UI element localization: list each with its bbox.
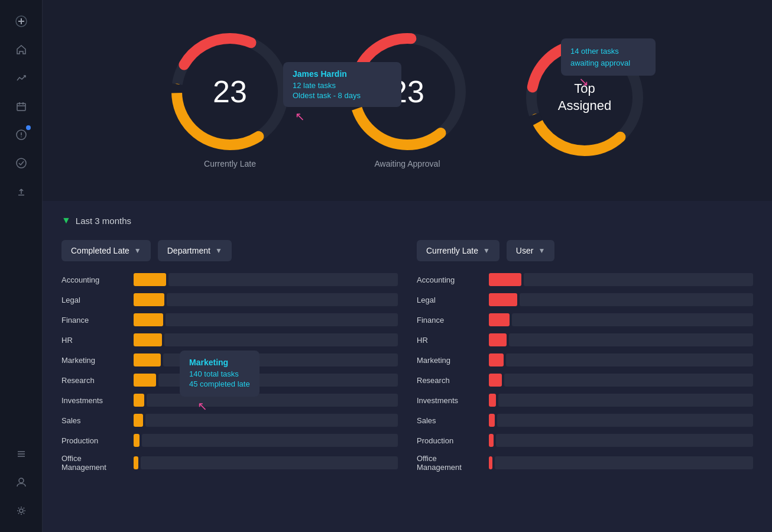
bar-dark-left-6 (147, 394, 398, 407)
bar-dark-left-3 (164, 333, 398, 346)
bar-dark-left-5 (158, 374, 398, 387)
bar-row-right-finance: Finance (417, 313, 753, 326)
currently-late-ring: 23 (165, 27, 295, 157)
alert-icon[interactable] (9, 123, 33, 147)
bar-dark-right-0 (524, 273, 753, 286)
dept-label-right-8: Production (417, 436, 482, 445)
bar-fill-right-7 (489, 414, 495, 427)
settings-icon[interactable] (9, 499, 33, 523)
currently-late-label: Currently Late (204, 159, 256, 168)
list-icon[interactable] (9, 442, 33, 466)
bar-dark-left-8 (142, 434, 398, 447)
completed-late-controls: Completed Late ▼ Department ▼ (61, 240, 398, 261)
bar-fill-right-1 (489, 293, 517, 306)
bar-dark-left-2 (166, 313, 398, 326)
dept-label-right-5: Research (417, 376, 482, 385)
bar-dark-right-6 (498, 394, 753, 407)
currently-late-dropdown-label: Currently Late (426, 246, 478, 255)
bar-track-left-8 (134, 434, 398, 447)
dept-label-left-3: HR (61, 336, 126, 345)
svg-point-15 (20, 509, 23, 512)
dept-label-left-8: Production (61, 436, 126, 445)
dept-label-right-2: Finance (417, 316, 482, 325)
filter-label[interactable]: Last 3 months (76, 216, 131, 226)
bar-row-left-sales: Sales (61, 414, 398, 427)
upload-icon[interactable] (9, 180, 33, 203)
awaiting-approval-number: 23 (390, 76, 424, 107)
user-dropdown[interactable]: User ▼ (507, 240, 554, 261)
bar-fill-left-8 (134, 434, 140, 447)
top-assigned-ring: Top Assigned (520, 33, 650, 163)
bar-dark-right-8 (496, 434, 753, 447)
charts-row: Completed Late ▼ Department ▼ Accounting… (61, 240, 753, 479)
bar-row-left-finance: Finance (61, 313, 398, 326)
bar-track-left-3 (134, 333, 398, 346)
home-icon[interactable] (9, 38, 33, 61)
bar-fill-left-9 (134, 456, 138, 469)
bar-dark-left-7 (145, 414, 398, 427)
bar-track-left-6 (134, 394, 398, 407)
bar-row-left-legal: Legal (61, 293, 398, 306)
bar-row-right-investments: Investments (417, 394, 753, 407)
sidebar (0, 0, 43, 532)
dept-label-right-6: Investments (417, 396, 482, 405)
dept-label-left-9: Office Management (61, 454, 126, 472)
bar-track-right-9 (489, 456, 753, 469)
dept-label-left-6: Investments (61, 396, 126, 405)
dept-label-left-7: Sales (61, 416, 126, 425)
user-icon[interactable] (9, 471, 33, 494)
svg-point-14 (19, 478, 24, 483)
awaiting-approval-label: Awaiting Approval (374, 159, 440, 168)
bar-track-left-2 (134, 313, 398, 326)
bar-fill-left-4 (134, 353, 161, 366)
completed-late-dropdown[interactable]: Completed Late ▼ (61, 240, 151, 261)
awaiting-approval-ring: 23 (342, 27, 472, 157)
department-dropdown-label: Department (167, 246, 210, 255)
currently-late-widget: 23 Currently Late James Hardin 12 late t… (165, 27, 295, 168)
main-content: 23 Currently Late James Hardin 12 late t… (43, 0, 772, 532)
department-chevron-icon: ▼ (215, 246, 222, 255)
bottom-section: ▼ Last 3 months Completed Late ▼ Departm… (43, 201, 772, 532)
bar-track-left-1 (134, 293, 398, 306)
bar-row-left-marketing: MarketingMarketing140 total tasks45 comp… (61, 353, 398, 366)
bar-dark-left-9 (141, 456, 398, 469)
user-dropdown-label: User (516, 246, 534, 255)
bar-dark-right-2 (512, 313, 753, 326)
bar-track-left-0 (134, 273, 398, 286)
bar-row-right-sales: Sales (417, 414, 753, 427)
bar-dark-left-4 (163, 353, 398, 366)
currently-late-dropdown[interactable]: Currently Late ▼ (417, 240, 499, 261)
bar-dark-right-5 (504, 374, 753, 387)
bar-track-right-4 (489, 353, 753, 366)
bar-track-left-7 (134, 414, 398, 427)
bar-row-left-production: Production (61, 434, 398, 447)
top-assigned-label: Top Assigned (558, 80, 612, 114)
currently-late-number: 23 (213, 76, 247, 107)
bar-fill-left-6 (134, 394, 144, 407)
check-icon[interactable] (9, 151, 33, 175)
bar-dark-right-1 (520, 293, 753, 306)
bar-row-left-investments: Investments (61, 394, 398, 407)
plus-icon[interactable] (9, 9, 33, 33)
bar-fill-left-7 (134, 414, 143, 427)
bar-row-right-office-management: Office Management (417, 454, 753, 472)
currently-late-chevron-icon-2: ▼ (483, 246, 490, 255)
department-dropdown[interactable]: Department ▼ (158, 240, 232, 261)
dept-label-left-0: Accounting (61, 275, 126, 284)
bar-fill-right-4 (489, 353, 504, 366)
chart-icon[interactable] (9, 66, 33, 90)
awaiting-approval-widget: 23 Awaiting Approval (342, 27, 472, 168)
dept-label-right-9: Office Management (417, 454, 482, 472)
bar-track-right-6 (489, 394, 753, 407)
bar-track-left-9 (134, 456, 398, 469)
bar-fill-left-1 (134, 293, 164, 306)
calendar-icon[interactable] (9, 95, 33, 118)
currently-late-bars: AccountingLegalFinanceHRMarketingResearc… (417, 273, 753, 472)
cursor-icon: ↖ (295, 109, 305, 124)
bar-track-right-7 (489, 414, 753, 427)
bar-fill-right-6 (489, 394, 496, 407)
dept-label-left-2: Finance (61, 316, 126, 325)
top-assigned-widget: Top Assigned 14 other tasksawaiting appr… (520, 33, 650, 163)
bar-row-left-office-management: Office Management (61, 454, 398, 472)
bar-track-right-8 (489, 434, 753, 447)
